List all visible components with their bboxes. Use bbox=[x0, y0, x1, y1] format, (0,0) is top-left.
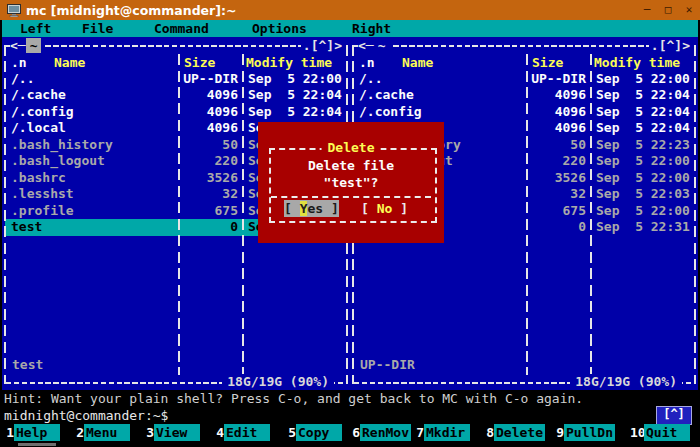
yes-button[interactable]: [ Yes ] bbox=[284, 200, 339, 217]
free-space-indicator: 18G/19G (90%) bbox=[222, 374, 334, 390]
file-size: 220 bbox=[526, 153, 586, 170]
shell-prompt[interactable]: midnight@commander:~$ bbox=[4, 407, 644, 424]
column-header-size[interactable]: Size bbox=[184, 54, 215, 71]
mini-status: test bbox=[12, 356, 43, 373]
fkey-edit[interactable]: 4Edit bbox=[210, 424, 270, 441]
file-size: 0 bbox=[526, 219, 586, 236]
sort-marker: .n bbox=[359, 54, 375, 71]
title-bar[interactable]: mc [midnight@commander]:~ ─ □ ✕ bbox=[0, 0, 700, 21]
file-row[interactable]: /..UP--DIRSep 5 22:00 bbox=[350, 71, 698, 88]
hint-line: Hint: Want your plain shell? Press C-o, … bbox=[4, 390, 696, 407]
file-size: UP--DIR bbox=[178, 71, 238, 88]
scroll-up-indicator[interactable]: [^] bbox=[656, 406, 692, 425]
file-size: 32 bbox=[178, 186, 238, 203]
maximize-icon[interactable]: □ bbox=[662, 0, 674, 20]
file-name: test bbox=[11, 219, 42, 236]
fkey-label: PullDn bbox=[564, 424, 615, 441]
mc-app-icon bbox=[7, 4, 22, 20]
fkey-label: Edit bbox=[224, 424, 270, 441]
fkey-number: 3 bbox=[140, 424, 154, 441]
file-size: 50 bbox=[178, 137, 238, 154]
file-name: /.cache bbox=[11, 87, 66, 104]
fkey-help[interactable]: 1Help bbox=[0, 424, 60, 441]
file-mtime: Sep 5 22:04 bbox=[248, 87, 342, 104]
fkey-pulldn[interactable]: 9PullDn bbox=[550, 424, 615, 441]
fkey-number: 8 bbox=[480, 424, 494, 441]
file-row[interactable]: /.cache4096Sep 5 22:04 bbox=[350, 87, 698, 104]
fkey-menu[interactable]: 2Menu bbox=[70, 424, 130, 441]
file-name: /.local bbox=[11, 120, 66, 137]
fkey-number: 10 bbox=[630, 424, 644, 441]
panel-right-border bbox=[694, 45, 696, 384]
panel-up-button[interactable]: .[^]> bbox=[649, 37, 692, 54]
file-size: 220 bbox=[178, 153, 238, 170]
panel-left-border bbox=[4, 45, 6, 384]
panel-path[interactable]: ~ bbox=[26, 38, 42, 53]
file-mtime: Sep 5 22:04 bbox=[596, 104, 690, 121]
fkey-number: 1 bbox=[0, 424, 14, 441]
fkey-label: RenMov bbox=[360, 424, 411, 441]
column-header-mtime[interactable]: Modify time bbox=[594, 54, 680, 71]
panel-history-back[interactable]: <─~ bbox=[10, 37, 45, 54]
fkey-label: Delete bbox=[494, 424, 545, 441]
file-mtime: Sep 5 22:00 bbox=[248, 71, 342, 88]
file-size: 32 bbox=[526, 186, 586, 203]
fkey-mkdir[interactable]: 7Mkdir bbox=[410, 424, 470, 441]
free-space-indicator: 18G/19G (90%) bbox=[570, 374, 682, 390]
fkey-view[interactable]: 3View bbox=[140, 424, 200, 441]
file-mtime: Sep 5 22:04 bbox=[596, 120, 690, 137]
fkey-copy[interactable]: 5Copy bbox=[282, 424, 342, 441]
menu-left[interactable]: Left bbox=[20, 20, 51, 37]
file-name: .lesshst bbox=[11, 186, 74, 203]
fkey-number: 2 bbox=[70, 424, 84, 441]
menu-options[interactable]: Options bbox=[252, 20, 307, 37]
terminal-window: { "window": { "title": "mc [midnight@com… bbox=[0, 0, 700, 447]
minimize-icon[interactable]: ─ bbox=[641, 0, 653, 20]
bottom-scrollbar-thumb[interactable] bbox=[18, 443, 56, 446]
file-name: /.config bbox=[359, 104, 422, 121]
file-row[interactable]: /.cache4096Sep 5 22:04 bbox=[2, 87, 350, 104]
fkey-renmov[interactable]: 6RenMov bbox=[346, 424, 411, 441]
fkey-label: Help bbox=[14, 424, 60, 441]
file-row[interactable]: /.config4096Sep 5 22:04 bbox=[2, 104, 350, 121]
file-size: 3526 bbox=[526, 170, 586, 187]
no-button[interactable]: [ No ] bbox=[361, 200, 408, 217]
fkey-delete[interactable]: 8Delete bbox=[480, 424, 545, 441]
function-key-bar: 1Help2Menu3View4Edit5Copy6RenMov7Mkdir8D… bbox=[0, 424, 700, 441]
column-separator-name-size bbox=[526, 54, 528, 375]
file-size: 4096 bbox=[178, 120, 238, 137]
file-mtime: Sep 5 22:03 bbox=[596, 186, 690, 203]
file-mtime: Sep 5 22:00 bbox=[596, 170, 690, 187]
file-name: /.cache bbox=[359, 87, 414, 104]
panel-top-border bbox=[6, 45, 346, 47]
column-separator-size-time bbox=[590, 54, 592, 375]
fkey-quit[interactable]: 10Quit bbox=[630, 424, 690, 441]
column-header-size[interactable]: Size bbox=[532, 54, 563, 71]
file-name: .bashrc bbox=[11, 170, 66, 187]
file-size: 4096 bbox=[526, 87, 586, 104]
column-header-name[interactable]: Name bbox=[54, 54, 85, 71]
column-header-mtime[interactable]: Modify time bbox=[246, 54, 332, 71]
menu-file[interactable]: File bbox=[82, 20, 113, 37]
fkey-label: Copy bbox=[296, 424, 342, 441]
panel-path[interactable]: ~ bbox=[374, 38, 390, 53]
file-name: .bash_history bbox=[11, 137, 113, 154]
menu-right[interactable]: Right bbox=[352, 20, 391, 37]
file-mtime: Sep 5 22:04 bbox=[248, 104, 342, 121]
close-icon[interactable]: ✕ bbox=[683, 0, 695, 20]
dialog-separator bbox=[271, 196, 431, 198]
menu-command[interactable]: Command bbox=[154, 20, 209, 37]
fkey-label: Mkdir bbox=[424, 424, 470, 441]
column-header-name[interactable]: Name bbox=[402, 54, 433, 71]
fkey-label: Quit bbox=[644, 424, 690, 441]
panel-history-back[interactable]: <─~ bbox=[358, 37, 393, 54]
panel-up-button[interactable]: .[^]> bbox=[301, 37, 344, 54]
file-mtime: Sep 5 22:04 bbox=[596, 87, 690, 104]
fkey-number: 6 bbox=[346, 424, 360, 441]
file-size: 675 bbox=[178, 203, 238, 220]
window-title: mc [midnight@commander]:~ bbox=[26, 1, 236, 20]
dialog-message: Delete file bbox=[258, 157, 444, 174]
file-row[interactable]: /.config4096Sep 5 22:04 bbox=[350, 104, 698, 121]
file-row[interactable]: /..UP--DIRSep 5 22:00 bbox=[2, 71, 350, 88]
file-size: UP--DIR bbox=[526, 71, 586, 88]
